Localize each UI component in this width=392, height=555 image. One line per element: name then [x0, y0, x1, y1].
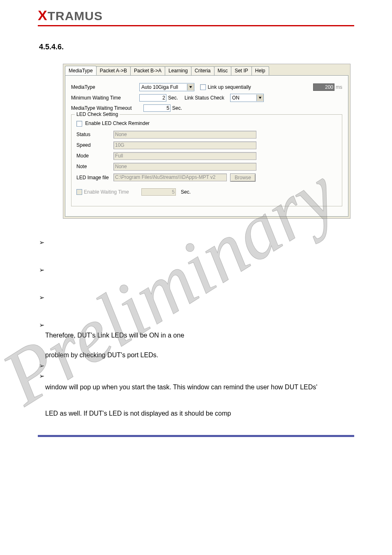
- mediatype-combo[interactable]: Auto 10Giga Full: [139, 83, 194, 91]
- min-wait-label: Minimum Waiting Time: [71, 95, 139, 101]
- tab-mediatype[interactable]: MediaType: [65, 66, 97, 75]
- header-divider: [38, 25, 354, 26]
- tab-bar: MediaType Packet A->B Packet B->A Learni…: [63, 64, 350, 75]
- status-label: Status: [76, 132, 113, 137]
- paragraph-3: window will pop up when you start the ta…: [45, 382, 392, 392]
- speed-label: Speed: [76, 142, 113, 148]
- speed-field: 10G: [113, 141, 256, 149]
- image-file-field: C:\Program Files\NuStreams\\\DApps-MPT v…: [113, 173, 227, 181]
- linkup-seq-label: Link up sequentially: [208, 84, 251, 90]
- status-field: None: [113, 131, 256, 139]
- link-status-check-label: Link Status Check: [184, 95, 224, 101]
- paragraph-4: LED as well. If DUT's LED is not display…: [45, 409, 392, 419]
- paragraph-2: problem by checking DUT's port LEDs.: [45, 350, 392, 360]
- image-file-label: LED Image file: [76, 175, 113, 180]
- note-label: Note: [76, 164, 113, 169]
- ms-unit-label: ms: [336, 84, 342, 90]
- enable-waiting-label: Enable Waiting Time: [84, 189, 141, 195]
- enable-waiting-checkbox: [76, 189, 82, 195]
- mediatype-label: MediaType: [71, 84, 139, 90]
- media-timeout-input[interactable]: 5: [143, 104, 171, 112]
- chevron-down-icon[interactable]: [256, 95, 263, 101]
- tab-learning[interactable]: Learning: [165, 66, 191, 76]
- linkup-seq-checkbox[interactable]: [200, 84, 206, 90]
- bullet-list: ➢ ➢ ➢ ➢: [39, 238, 392, 329]
- tab-misc[interactable]: Misc: [214, 66, 232, 76]
- logo-rest: TRAMUS: [48, 9, 103, 23]
- link-status-value: ON: [231, 95, 256, 101]
- brand-logo: XTRAMUS: [38, 7, 392, 23]
- enable-led-check-label: Enable LED Check Reminder: [85, 120, 150, 126]
- led-check-legend: LED Check Setting: [75, 111, 120, 117]
- chevron-down-icon[interactable]: [187, 84, 194, 90]
- min-wait-input[interactable]: 2: [139, 94, 166, 102]
- footer-divider: [38, 435, 354, 437]
- tab-setip[interactable]: Set IP: [231, 66, 252, 76]
- browse-button[interactable]: Browse: [230, 173, 256, 182]
- linkup-ms-input[interactable]: 200: [313, 83, 334, 91]
- settings-panel: MediaType Packet A->B Packet B->A Learni…: [63, 64, 350, 219]
- tab-help[interactable]: Help: [251, 66, 269, 76]
- enable-waiting-input: 5: [141, 188, 176, 196]
- link-status-combo[interactable]: ON: [230, 94, 264, 102]
- tab-packet-ba[interactable]: Packet B->A: [130, 66, 165, 76]
- section-number: 4.5.4.6.: [39, 43, 392, 51]
- led-check-groupbox: LED Check Setting Enable LED Check Remin…: [71, 114, 342, 206]
- media-timeout-label: MediaType Waiting Timeout: [71, 105, 143, 111]
- sec-unit-2: Sec.: [172, 105, 182, 111]
- logo-x: X: [38, 7, 48, 23]
- svg-marker-1: [259, 97, 261, 99]
- mediatype-combo-value: Auto 10Giga Full: [140, 84, 187, 90]
- paragraph-1: Therefore, DUT's Link LEDs will be ON in…: [45, 331, 392, 340]
- bullet-list-2: ➢ ➢: [39, 362, 392, 380]
- svg-marker-0: [189, 86, 192, 88]
- enable-led-check-checkbox[interactable]: [76, 121, 82, 127]
- tab-criteria[interactable]: Criteria: [191, 66, 214, 76]
- mode-label: Mode: [76, 153, 113, 159]
- tab-packet-ab[interactable]: Packet A->B: [96, 66, 131, 76]
- tab-body-mediatype: MediaType Auto 10Giga Full Link up seque…: [65, 75, 348, 217]
- note-field: None: [113, 163, 256, 171]
- sec-unit-3: Sec.: [181, 189, 191, 195]
- sec-unit-1: Sec.: [168, 95, 178, 101]
- mode-field: Full: [113, 152, 256, 160]
